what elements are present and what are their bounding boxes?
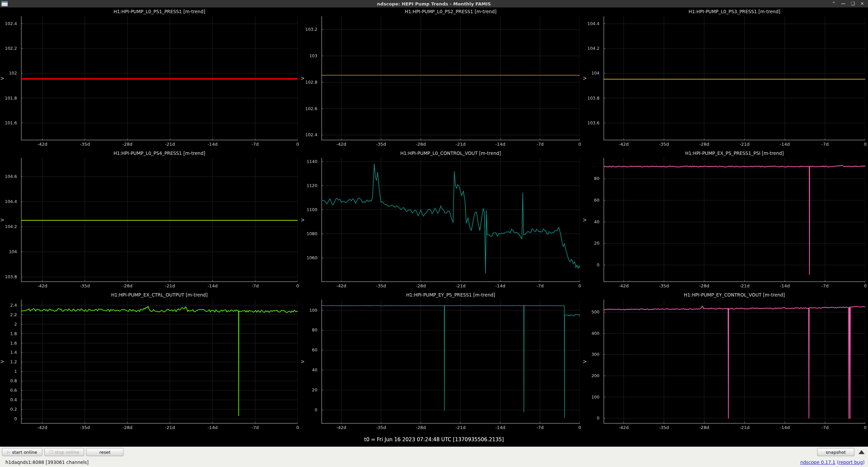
y-tick-label: 0.2 [10, 407, 17, 412]
trace-svg [604, 300, 865, 424]
x-tick-label: -14d [202, 142, 223, 147]
y-tick-label: 102 [9, 70, 17, 76]
y-tick-label: 101.6 [5, 120, 17, 125]
plot-area[interactable] [21, 16, 298, 140]
x-tick-label: -28d [411, 142, 431, 147]
y-tick-label: 20 [312, 387, 317, 392]
x-tick-label: -35d [371, 142, 391, 147]
window-title: ndscope: HEPI Pump Trends - Monthly FAMI… [0, 1, 868, 6]
reset-button[interactable]: reset [86, 448, 123, 456]
x-tick-label: 0 [855, 142, 868, 147]
start-online-button[interactable]: ▷ start online [2, 448, 42, 456]
y-tick-label: 200 [591, 373, 599, 378]
trace-svg [21, 158, 298, 282]
plot-panel-l0-ps3-press1: H1:HPI-PUMP_L0_PS3_PRESS1 [m-trend] V 10… [583, 7, 868, 149]
close-button[interactable]: ✕ [859, 0, 865, 7]
y-tick-label: 80 [594, 176, 599, 181]
plot-area[interactable] [604, 16, 865, 140]
x-tick-label: 0 [855, 283, 868, 288]
y-axis-ticks: 103.8104104.2104.4104.6 [0, 158, 19, 282]
plot-title: H1:HPI-PUMP_L0_PS4_PRESS1 [m-trend] [21, 150, 298, 156]
shade-button[interactable]: ⌃ [831, 0, 837, 7]
plot-area[interactable] [21, 158, 298, 282]
y-tick-label: 2.4 [10, 303, 17, 308]
x-tick-label: -28d [117, 425, 138, 430]
x-tick-label: -42d [613, 425, 634, 430]
x-tick-label: -35d [654, 283, 674, 288]
maximize-button[interactable]: ❑ [850, 0, 856, 7]
x-tick-label: -35d [654, 142, 674, 147]
window-controls: ⌃ — ❑ ✕ [831, 0, 868, 7]
plot-area[interactable] [321, 300, 580, 424]
y-tick-label: 0.6 [10, 388, 17, 393]
x-axis-ticks: -42d-35d-28d-21d-14d-7d0 [604, 283, 865, 290]
version-link[interactable]: ndscope 0.17.1 [800, 460, 835, 465]
y-tick-label: 103.8 [5, 274, 17, 279]
x-axis-ticks: -42d-35d-28d-21d-14d-7d0 [321, 425, 580, 432]
x-tick-label: -42d [32, 283, 53, 288]
trace-svg [321, 300, 580, 424]
x-tick-label: -35d [654, 425, 674, 430]
y-tick-label: 0 [597, 262, 599, 267]
y-tick-label: 60 [594, 198, 599, 203]
y-axis-ticks: 0100200300400500 [583, 300, 601, 424]
x-tick-label: -42d [613, 283, 634, 288]
plot-area[interactable] [321, 158, 580, 282]
x-axis-ticks: -42d-35d-28d-21d-14d-7d0 [21, 283, 298, 290]
plot-panel-l0-ps2-press1: H1:HPI-PUMP_L0_PS2_PRESS1 [m-trend] V 10… [300, 7, 583, 149]
report-bug-link[interactable]: report bug [839, 460, 863, 465]
y-tick-label: 500 [591, 309, 599, 314]
y-tick-label: 103.2 [305, 27, 317, 32]
plot-panel-l0-control-vout: H1:HPI-PUMP_L0_CONTROL_VOUT [m-trend] V … [300, 149, 583, 291]
stop-online-button[interactable]: stop online [44, 448, 84, 456]
trace-svg [321, 16, 580, 140]
y-axis-ticks: 020406080 [583, 158, 601, 282]
paren-close: ) [863, 460, 865, 465]
x-tick-label: 0 [288, 142, 300, 147]
y-axis-ticks: 102.4102.6102.8103103.2 [300, 16, 319, 140]
plot-canvas-region: H1:HPI-PUMP_L0_PS1_PRESS1 [m-trend] V 10… [0, 7, 868, 447]
y-tick-label: 104 [591, 70, 599, 76]
version-area: ndscope 0.17.1 (report bug) [800, 460, 868, 465]
expand-up-icon[interactable] [859, 450, 865, 454]
y-tick-label: 103.6 [587, 120, 599, 125]
y-tick-label: 40 [312, 367, 317, 372]
plot-area[interactable] [321, 16, 580, 140]
y-tick-label: 103 [309, 53, 317, 58]
y-tick-label: 102.2 [5, 46, 17, 51]
plot-area[interactable] [21, 300, 298, 424]
plot-area[interactable] [604, 158, 865, 282]
x-tick-label: -42d [613, 142, 634, 147]
plot-panel-ex-ps-press1-psi: H1:HPI-PUMP_EX_PS_PRESS1_PSI [m-trend] V… [583, 149, 868, 291]
plot-panel-l0-ps4-press1: H1:HPI-PUMP_L0_PS4_PRESS1 [m-trend] V 10… [0, 149, 300, 291]
y-tick-label: 1.6 [10, 341, 17, 346]
x-tick-label: -21d [450, 142, 471, 147]
x-tick-label: -42d [331, 425, 352, 430]
x-axis-ticks: -42d-35d-28d-21d-14d-7d0 [21, 425, 298, 432]
plot-panel-ey-ps-press1: H1:HPI-PUMP_EY_PS_PRESS1 [m-trend] V 020… [300, 291, 583, 432]
x-tick-label: 0 [288, 425, 300, 430]
x-tick-label: -14d [202, 425, 223, 430]
y-tick-label: 1140 [307, 159, 317, 164]
y-tick-label: 1080 [307, 231, 317, 236]
x-tick-label: -35d [75, 142, 95, 147]
trace-svg [21, 16, 298, 140]
minimize-button[interactable]: — [840, 0, 846, 7]
y-tick-label: 104.2 [5, 224, 17, 229]
x-tick-label: -7d [530, 425, 550, 430]
x-tick-label: -28d [694, 283, 714, 288]
y-tick-label: 1100 [307, 207, 317, 212]
snapshot-button[interactable]: snapshot [817, 448, 854, 456]
x-axis-ticks: -42d-35d-28d-21d-14d-7d0 [321, 283, 580, 290]
x-tick-label: -28d [694, 142, 714, 147]
x-tick-label: -42d [32, 142, 53, 147]
x-tick-label: -14d [774, 425, 795, 430]
x-tick-label: -7d [245, 425, 265, 430]
plot-area[interactable] [604, 300, 865, 424]
y-tick-label: 2 [14, 322, 17, 327]
y-tick-label: 300 [591, 352, 599, 357]
play-icon: ▷ [7, 450, 10, 454]
x-tick-label: -28d [411, 425, 431, 430]
x-axis-ticks: -42d-35d-28d-21d-14d-7d0 [604, 425, 865, 432]
y-tick-label: 1.4 [10, 350, 17, 355]
